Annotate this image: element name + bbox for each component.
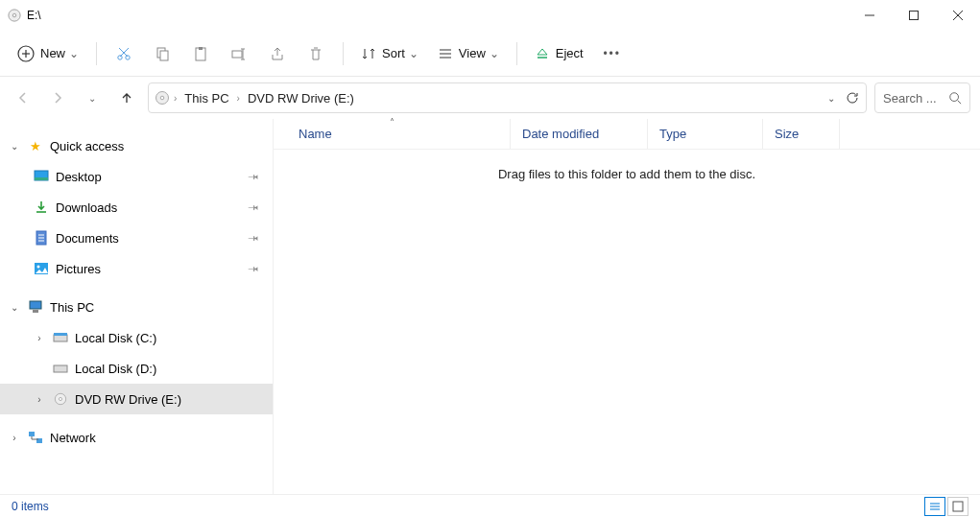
- svg-rect-45: [29, 432, 35, 436]
- pin-icon: 📌︎: [245, 199, 262, 216]
- drive-icon: [52, 363, 69, 374]
- more-button[interactable]: •••: [595, 36, 630, 71]
- svg-rect-40: [54, 335, 67, 341]
- close-button[interactable]: [936, 0, 980, 31]
- rename-button[interactable]: [222, 36, 256, 71]
- sidebar-dvd-e[interactable]: › DVD RW Drive (E:): [0, 384, 273, 414]
- chevron-down-icon: ⌄: [490, 47, 499, 60]
- column-type[interactable]: Type: [648, 119, 763, 149]
- status-bar: 0 items: [0, 494, 980, 517]
- sidebar-quick-access[interactable]: ⌄ ★ Quick access: [0, 130, 273, 161]
- search-placeholder: Search ...: [883, 91, 937, 106]
- recent-button[interactable]: ⌄: [79, 84, 106, 111]
- view-button[interactable]: View ⌄: [430, 36, 507, 71]
- share-icon: [269, 45, 286, 62]
- copy-icon: [154, 45, 171, 62]
- navigation-row: ⌄ › This PC › DVD RW Drive (E:) ⌄ Search…: [0, 77, 980, 119]
- forward-button[interactable]: [44, 84, 71, 111]
- cut-button[interactable]: [107, 36, 141, 71]
- column-label: Name: [299, 127, 332, 141]
- sidebar-local-c[interactable]: › Local Disk (C:): [0, 322, 273, 353]
- divider: [96, 42, 97, 65]
- back-button[interactable]: [10, 84, 36, 111]
- divider: [343, 42, 344, 65]
- column-date[interactable]: Date modified: [511, 119, 648, 149]
- sidebar: ⌄ ★ Quick access Desktop 📌︎ Downloads 📌︎…: [0, 119, 273, 494]
- svg-rect-39: [33, 310, 38, 313]
- view-label: View: [459, 46, 486, 60]
- window-title: E:\: [27, 9, 41, 22]
- sidebar-network[interactable]: › Network: [0, 422, 273, 453]
- sidebar-label: Downloads: [56, 200, 117, 215]
- svg-point-37: [37, 266, 40, 269]
- breadcrumb-current[interactable]: DVD RW Drive (E:): [244, 89, 358, 107]
- new-button[interactable]: New ⌄: [10, 36, 86, 71]
- column-name[interactable]: ˄ Name: [274, 119, 511, 149]
- sort-button[interactable]: Sort ⌄: [353, 36, 426, 71]
- divider: [516, 42, 517, 65]
- column-headers: ˄ Name Date modified Type Size: [274, 119, 980, 150]
- documents-icon: [33, 230, 50, 246]
- maximize-button[interactable]: [892, 0, 936, 31]
- sidebar-local-d[interactable]: Local Disk (D:): [0, 353, 273, 384]
- delete-button[interactable]: [299, 36, 333, 71]
- svg-rect-3: [910, 12, 919, 20]
- svg-rect-14: [160, 51, 168, 60]
- details-view-button[interactable]: [924, 497, 945, 516]
- share-button[interactable]: [260, 36, 295, 71]
- copy-button[interactable]: [145, 36, 179, 71]
- up-button[interactable]: [113, 84, 140, 111]
- column-label: Type: [659, 127, 686, 141]
- sidebar-this-pc[interactable]: ⌄ This PC: [0, 292, 273, 322]
- sidebar-label: Quick access: [50, 139, 124, 153]
- thumbnails-view-button[interactable]: [947, 497, 968, 516]
- sidebar-pictures[interactable]: Pictures 📌︎: [0, 253, 273, 284]
- pin-icon: 📌︎: [245, 168, 262, 185]
- network-icon: [27, 431, 44, 444]
- sidebar-label: DVD RW Drive (E:): [75, 392, 181, 407]
- address-bar[interactable]: › This PC › DVD RW Drive (E:) ⌄: [148, 82, 867, 113]
- item-count: 0 items: [12, 500, 49, 513]
- cut-icon: [115, 45, 132, 62]
- svg-rect-42: [54, 365, 67, 372]
- chevron-right-icon: ›: [8, 433, 21, 443]
- title-bar: E:\: [0, 0, 980, 31]
- svg-rect-30: [35, 177, 48, 180]
- svg-line-28: [958, 101, 962, 105]
- column-size[interactable]: Size: [763, 119, 840, 149]
- downloads-icon: [33, 200, 50, 215]
- svg-point-27: [950, 93, 959, 102]
- search-input[interactable]: Search ...: [874, 82, 970, 113]
- chevron-down-icon: ⌄: [8, 302, 21, 313]
- eject-button[interactable]: Eject: [527, 36, 591, 71]
- sidebar-documents[interactable]: Documents 📌︎: [0, 223, 273, 253]
- svg-point-26: [160, 96, 164, 100]
- sort-label: Sort: [382, 46, 405, 60]
- disc-icon: [155, 90, 170, 106]
- empty-message: Drag files to this folder to add them to…: [274, 167, 980, 181]
- refresh-button[interactable]: [845, 90, 860, 106]
- sort-ascending-icon: ˄: [390, 117, 394, 128]
- pin-icon: 📌︎: [245, 260, 262, 277]
- minimize-button[interactable]: [848, 0, 892, 31]
- sidebar-downloads[interactable]: Downloads 📌︎: [0, 192, 273, 223]
- chevron-right-icon: ›: [33, 394, 46, 405]
- sidebar-label: Documents: [56, 231, 119, 246]
- chevron-down-icon: ⌄: [8, 141, 21, 152]
- new-label: New: [40, 46, 65, 60]
- svg-point-1: [12, 13, 16, 17]
- this-pc-icon: [27, 300, 44, 314]
- svg-rect-17: [232, 51, 242, 58]
- svg-rect-50: [953, 502, 963, 511]
- address-dropdown[interactable]: ⌄: [827, 93, 835, 104]
- sidebar-label: Pictures: [56, 262, 101, 276]
- sidebar-label: Network: [50, 431, 96, 445]
- toolbar: New ⌄ Sort ⌄ View ⌄ Eject •••: [0, 31, 980, 77]
- desktop-icon: [33, 170, 50, 183]
- breadcrumb-root[interactable]: This PC: [180, 89, 232, 107]
- column-label: Date modified: [522, 127, 599, 141]
- paste-button[interactable]: [183, 36, 218, 71]
- sidebar-label: Local Disk (D:): [75, 362, 156, 376]
- sidebar-desktop[interactable]: Desktop 📌︎: [0, 161, 273, 192]
- chevron-down-icon: ⌄: [409, 47, 418, 60]
